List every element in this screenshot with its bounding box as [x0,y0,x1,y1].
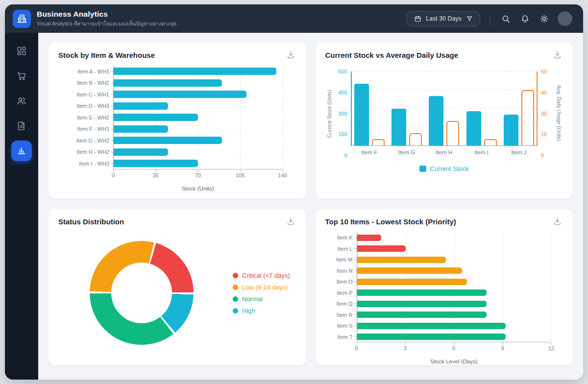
download-icon [553,50,562,59]
bar[interactable] [114,68,276,75]
panel-status-distribution: Status Distribution Critical (<7 days)Lo… [49,209,306,365]
bar[interactable] [357,323,506,329]
category-label: Item A - WH1 [58,66,113,77]
axis-tick-label: 9 [501,343,504,351]
axis-tick-label: 60 [541,69,547,74]
bar[interactable] [521,90,534,145]
document-icon [16,120,27,131]
donut[interactable] [90,241,194,345]
axis-tick-label: 0 [112,170,115,178]
dual-axis-chart: Current Stock (Units)0150300450600Item F… [325,72,564,155]
bar[interactable] [357,279,467,285]
sidebar-item-customers[interactable] [11,91,32,111]
x-axis-title: Stock (Units) [113,186,283,192]
bar[interactable] [114,148,168,156]
bar[interactable] [409,133,422,145]
avatar[interactable] [558,11,572,26]
bar-group [500,72,538,145]
bar[interactable] [114,160,198,167]
bar[interactable] [484,139,497,145]
bar[interactable] [392,109,406,146]
bar[interactable] [114,79,222,87]
download-icon [286,50,295,59]
bar[interactable] [466,111,481,145]
category-axis: Item FItem GItem HItem IItem J [351,149,538,155]
category-label: Item Q [325,298,357,310]
bar[interactable] [357,289,487,296]
legend-swatch [419,166,426,172]
settings-button[interactable] [539,13,550,24]
axis-tick-label: 0 [541,152,544,158]
header-divider [490,13,490,24]
header-titles: Business Analytics Visual Analytics ที่ส… [37,10,176,28]
x-axis-ticks: 036912 [357,343,552,353]
plot-area [113,66,283,169]
panel-title-stock-by-item: Stock by Item & Warehouse [58,49,155,59]
category-axis: Item A - WH1Item B - WH2Item C - WH1Item… [58,66,113,192]
axis-tick-label: 0 [355,343,358,351]
bar-group [463,72,500,145]
download-icon [553,216,562,226]
bar[interactable] [429,96,443,145]
gridline [551,232,552,342]
stock-vs-usage-chart: Current Stock (Units)0150300450600Item F… [325,72,564,172]
header-actions: Last 30 Days [407,11,572,26]
category-label: Item B - WH2 [58,77,113,89]
download-button[interactable] [285,216,296,228]
bar[interactable] [357,301,487,307]
cart-icon [16,71,27,81]
chart-legend: Critical (<7 days)Low (8-14 days)NormalH… [233,272,290,314]
download-icon [286,216,295,226]
legend-item[interactable]: Low (8-14 days) [233,284,290,291]
bar[interactable] [354,84,369,145]
app-logo[interactable] [13,10,31,28]
right-axis-title: Avg. Daily Usage (Units) [555,72,563,155]
bar[interactable] [357,334,506,340]
app-window: Business Analytics Visual Analytics ที่ส… [5,4,583,380]
app-header: Business Analytics Visual Analytics ที่ส… [5,4,583,33]
gear-icon [539,14,549,24]
axis-tick-label: 300 [338,111,347,117]
axis-tick-label: 150 [338,131,347,137]
bar[interactable] [357,245,406,252]
axis-tick-label: 3 [404,343,407,351]
category-label: Item F - WH1 [58,123,113,135]
panel-top10-lowest-stock: Top 10 Items - Lowest Stock (Priority) I… [316,209,573,365]
panel-title-stock-vs-usage: Current Stock vs Average Daily Usage [325,49,459,59]
sidebar-item-analytics[interactable] [11,141,32,161]
category-label: Item S [325,320,357,332]
bar[interactable] [114,125,168,133]
main-content: Stock by Item & Warehouse Item A - WH1It… [38,33,583,380]
bar[interactable] [357,312,487,318]
search-button[interactable] [500,13,512,24]
category-label: Item G - WH2 [58,135,113,146]
legend-item[interactable]: High [233,307,290,314]
sidebar-item-dashboard[interactable] [11,41,32,61]
legend-item[interactable]: Critical (<7 days) [233,272,290,279]
bar[interactable] [372,139,385,145]
sidebar-item-orders[interactable] [11,66,32,86]
legend-item[interactable]: Normal [233,295,290,303]
sidebar [5,33,38,380]
bar[interactable] [114,114,198,121]
download-button[interactable] [552,49,563,62]
bar[interactable] [114,137,222,144]
sidebar-item-documents[interactable] [11,116,32,136]
notifications-button[interactable] [519,13,531,24]
plot-area [357,232,552,342]
category-label: Item G [388,149,425,155]
dashboard-icon [16,46,27,56]
bar[interactable] [357,235,382,241]
bar[interactable] [504,115,518,145]
bar[interactable] [446,121,459,145]
category-label: Item J [500,149,538,155]
bar[interactable] [357,267,463,274]
date-range-button[interactable]: Last 30 Days [407,11,480,26]
hbar-chart: Item A - WH1Item B - WH2Item C - WH1Item… [58,66,296,192]
bar[interactable] [357,257,446,263]
download-button[interactable] [285,49,296,62]
download-button[interactable] [552,216,563,228]
bar[interactable] [114,102,168,110]
axis-tick-label: 450 [338,90,347,96]
bar[interactable] [114,91,246,98]
